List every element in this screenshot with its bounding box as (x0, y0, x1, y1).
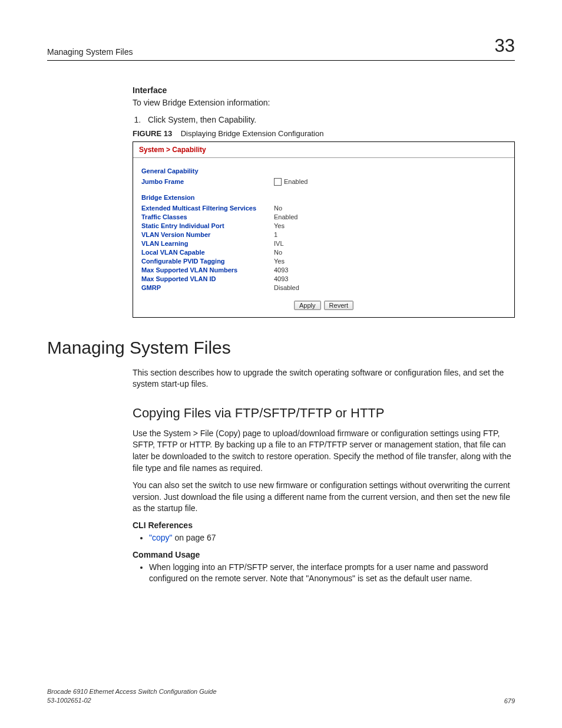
figure-title: Displaying Bridge Extension Configuratio… (181, 129, 324, 138)
bridge-row-value: 4093 (274, 275, 288, 282)
subsection-heading: Copying Files via FTP/SFTP/TFTP or HTTP (133, 406, 515, 421)
revert-button[interactable]: Revert (324, 301, 353, 310)
bridge-row-label: VLAN Learning (141, 240, 274, 247)
bridge-row: Max Supported VLAN Numbers4093 (141, 266, 506, 274)
cli-references-heading: CLI References (133, 521, 515, 530)
figure-screenshot: System > Capability General Capability J… (133, 141, 515, 318)
interface-heading: Interface (133, 85, 515, 95)
figure-caption: FIGURE 13 Displaying Bridge Extension Co… (133, 129, 515, 138)
header-rule (47, 60, 515, 61)
bridge-row: VLAN Version Number1 (141, 231, 506, 238)
footer-docnum: 53-1002651-02 (47, 696, 217, 704)
bridge-row-label: Local VLAN Capable (141, 249, 274, 256)
chapter-number: 33 (495, 35, 515, 57)
bridge-row-value: Disabled (274, 284, 299, 291)
bridge-row-label: Static Entry Individual Port (141, 222, 274, 229)
jumbo-frame-checkbox[interactable] (274, 178, 282, 186)
bridge-row: Local VLAN CapableNo (141, 249, 506, 256)
bridge-row: VLAN LearningIVL (141, 240, 506, 247)
footer-title: Brocade 6910 Ethernet Access Switch Conf… (47, 687, 217, 696)
bridge-row: Traffic ClassesEnabled (141, 213, 506, 220)
section-heading: Managing System Files (47, 338, 515, 358)
apply-button[interactable]: Apply (294, 301, 321, 310)
paragraph-1: Use the System > File (Copy) page to upl… (133, 428, 515, 474)
bridge-row-label: Extended Multicast Filtering Services (141, 205, 274, 212)
bridge-extension-heading: Bridge Extension (141, 194, 506, 201)
bridge-row-label: Max Supported VLAN Numbers (141, 266, 274, 274)
cli-reference-item: "copy" on page 67 (149, 532, 515, 544)
interface-text: To view Bridge Extension information: (133, 97, 515, 109)
bridge-row: Max Supported VLAN ID4093 (141, 275, 506, 282)
step-1: Click System, then Capability. (143, 115, 515, 124)
bridge-row-value: IVL (274, 240, 284, 247)
bridge-row: GMRPDisabled (141, 284, 506, 291)
bridge-row-value: Yes (274, 222, 285, 229)
bridge-row-label: Configurable PVID Tagging (141, 258, 274, 265)
bridge-row-value: Enabled (274, 213, 297, 220)
command-usage-heading: Command Usage (133, 550, 515, 559)
running-header: Managing System Files (47, 47, 133, 57)
bridge-row-value: No (274, 249, 282, 256)
bridge-row-label: GMRP (141, 284, 274, 291)
command-usage-item: When logging into an FTP/SFTP server, th… (149, 562, 515, 585)
bridge-row: Configurable PVID TaggingYes (141, 258, 506, 265)
jumbo-frame-label: Jumbo Frame (141, 178, 274, 185)
breadcrumb: System > Capability (133, 142, 514, 158)
bridge-row-label: Traffic Classes (141, 213, 274, 220)
bridge-row-value: No (274, 205, 282, 212)
bridge-row-value: 1 (274, 231, 277, 238)
bridge-row-label: Max Supported VLAN ID (141, 275, 274, 282)
bridge-row-value: 4093 (274, 266, 288, 274)
bridge-row-label: VLAN Version Number (141, 231, 274, 238)
jumbo-frame-value: Enabled (284, 178, 308, 185)
paragraph-2: You can also set the switch to use new f… (133, 480, 515, 515)
bridge-row: Static Entry Individual PortYes (141, 222, 506, 229)
intro-paragraph: This section describes how to upgrade th… (133, 367, 515, 390)
page-number: 679 (504, 697, 515, 704)
bridge-row: Extended Multicast Filtering ServicesNo (141, 205, 506, 212)
figure-label: FIGURE 13 (133, 129, 172, 138)
general-capability-heading: General Capability (141, 167, 506, 174)
cli-tail: on page 67 (173, 533, 216, 542)
copy-link[interactable]: "copy" (149, 533, 173, 542)
bridge-row-value: Yes (274, 258, 285, 265)
